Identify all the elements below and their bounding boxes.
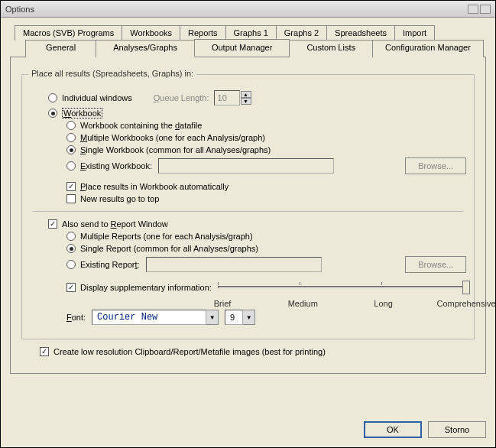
spin-down[interactable]: ▼ <box>241 98 251 105</box>
row-font: Font: Courier New ▼ 9 ▼ <box>66 310 466 325</box>
check-box: ✓ <box>40 347 49 356</box>
row-also-report: ✓ Also send to Report Window <box>48 219 466 229</box>
tab-row-1: Macros (SVB) Programs Workbooks Reports … <box>10 25 486 41</box>
existing-report-input <box>146 257 322 272</box>
window-title: Options <box>5 5 34 14</box>
radio-dot <box>66 260 76 269</box>
slider-label-comp: Comprehensive <box>436 299 495 308</box>
radio-rp-multiple[interactable]: Multiple Reports (one for each Analysis/… <box>66 232 253 241</box>
font-value: Courier New <box>97 312 157 323</box>
options-window: Options Macros (SVB) Programs Workbooks … <box>0 0 496 448</box>
chevron-down-icon[interactable]: ▼ <box>206 310 219 325</box>
radio-rp-existing[interactable]: Existing Report: <box>66 260 140 269</box>
tab-panel: Place all results (Spreadsheets, Graphs)… <box>10 57 486 374</box>
radio-dot <box>66 244 76 253</box>
window-buttons <box>468 5 491 14</box>
row-wb-newtop: New results go to top <box>66 194 466 203</box>
radio-wb-existing[interactable]: Existing Workbook: <box>66 161 152 170</box>
ok-button[interactable]: OK <box>364 421 422 438</box>
font-label: Font: <box>66 313 86 322</box>
row-rp-single: Single Report (common for all Analyses/g… <box>66 244 466 253</box>
slider-label-medium: Medium <box>288 299 318 308</box>
slider-track <box>218 286 466 288</box>
row-wb-auto: ✓ Place results in Workbook automaticall… <box>66 182 466 191</box>
row-wb-multi: Multiple Workbooks (one for each Analysi… <box>66 133 466 142</box>
radio-label: Multiple Reports (one for each Analysis/… <box>80 232 253 241</box>
chevron-down-icon[interactable]: ▼ <box>243 310 255 325</box>
check-label: Display supplementary information: <box>80 283 212 292</box>
slider-label-brief: Brief <box>214 299 232 308</box>
radio-label: Multiple Workbooks (one for each Analysi… <box>80 133 265 142</box>
check-label: New results go to top <box>80 194 159 203</box>
tab-output-manager[interactable]: Output Manager <box>194 39 290 57</box>
radio-label: Individual windows <box>62 93 132 102</box>
radio-dot <box>66 161 76 170</box>
check-new-top[interactable]: New results go to top <box>66 194 159 203</box>
browse-report-button[interactable]: Browse... <box>405 256 466 273</box>
tab-config-manager[interactable]: Configuration Manager <box>372 40 484 57</box>
browse-workbook-button[interactable]: Browse... <box>405 157 466 174</box>
radio-dot <box>48 93 57 102</box>
radio-dot <box>66 232 76 241</box>
radio-label: Workbook <box>62 109 102 118</box>
queue-length-label: Queue Length: <box>154 93 209 102</box>
radio-dot <box>66 121 76 130</box>
tab-workbooks[interactable]: Workbooks <box>122 25 180 41</box>
slider-thumb[interactable] <box>462 281 470 294</box>
group-legend: Place all results (Spreadsheets, Graphs)… <box>28 69 196 78</box>
queue-length-input: 10 <box>214 90 240 106</box>
tab-row-2: General Analyses/Graphs Output Manager C… <box>10 40 486 57</box>
cancel-button[interactable]: Storno <box>428 421 486 438</box>
font-size-value: 9 <box>230 313 235 322</box>
font-size-combo[interactable]: 9 ▼ <box>225 310 255 325</box>
slider-tick <box>381 282 382 285</box>
radio-wb-multiple[interactable]: Multiple Workbooks (one for each Analysi… <box>66 133 265 142</box>
font-combo[interactable]: Courier New ▼ <box>92 310 219 325</box>
radio-dot <box>66 145 76 154</box>
radio-wb-containing[interactable]: Workbook containing the datafile <box>66 121 202 130</box>
window-btn-1[interactable] <box>468 5 478 14</box>
row-rp-multi: Multiple Reports (one for each Analysis/… <box>66 232 466 241</box>
separator <box>33 211 463 212</box>
row-disp-supp: ✓ Display supplementary information: <box>66 279 466 296</box>
tab-analyses-graphs[interactable]: Analyses/Graphs <box>96 40 195 57</box>
tab-strip: Macros (SVB) Programs Workbooks Reports … <box>10 25 486 374</box>
tab-reports[interactable]: Reports <box>180 25 226 41</box>
check-place-auto[interactable]: ✓ Place results in Workbook automaticall… <box>66 182 229 191</box>
radio-label: Single Workbook (common for all Analyses… <box>80 145 271 154</box>
check-box <box>66 194 76 203</box>
check-box: ✓ <box>48 219 57 229</box>
place-results-group: Place all results (Spreadsheets, Graphs)… <box>21 74 475 339</box>
check-also-report[interactable]: ✓ Also send to Report Window <box>48 219 168 229</box>
titlebar: Options <box>1 1 495 18</box>
check-box: ✓ <box>66 283 76 292</box>
tab-import[interactable]: Import <box>394 25 435 41</box>
radio-label: Existing Workbook: <box>80 161 152 170</box>
row-individual: Individual windows Queue Length: 10 ▲ ▼ <box>48 90 466 106</box>
tab-general[interactable]: General <box>25 40 96 57</box>
spin-up[interactable]: ▲ <box>241 91 251 98</box>
window-btn-2[interactable] <box>480 5 491 14</box>
radio-individual-windows[interactable]: Individual windows <box>48 93 132 102</box>
tab-graphs2[interactable]: Graphs 2 <box>276 25 327 41</box>
radio-wb-single[interactable]: Single Workbook (common for all Analyses… <box>66 145 271 154</box>
row-wb-exist: Existing Workbook: Browse... <box>66 157 466 174</box>
queue-spinner: ▲ ▼ <box>241 91 251 105</box>
tab-macros[interactable]: Macros (SVB) Programs <box>15 25 122 41</box>
row-wb-single: Single Workbook (common for all Analyses… <box>66 145 466 154</box>
radio-dot <box>66 133 76 142</box>
detail-slider[interactable] <box>218 279 466 296</box>
row-workbook: Workbook <box>48 109 466 118</box>
tab-custom-lists[interactable]: Custom Lists <box>289 40 373 57</box>
radio-label: Single Report (common for all Analyses/g… <box>80 244 258 253</box>
check-lowres-images[interactable]: ✓ Create low resolution Clipboard/Report… <box>40 347 326 356</box>
row-rp-exist: Existing Report: Browse... <box>66 256 466 273</box>
tab-spreadsheets[interactable]: Spreadsheets <box>326 25 395 41</box>
radio-rp-single[interactable]: Single Report (common for all Analyses/g… <box>66 244 258 253</box>
check-display-supp[interactable]: ✓ Display supplementary information: <box>66 283 212 292</box>
slider-tick <box>300 282 300 285</box>
tab-graphs1[interactable]: Graphs 1 <box>225 25 277 41</box>
check-label: Create low resolution Clipboard/Report/M… <box>53 347 326 356</box>
radio-workbook[interactable]: Workbook <box>48 109 102 118</box>
row-wb-contain: Workbook containing the datafile <box>66 121 466 130</box>
